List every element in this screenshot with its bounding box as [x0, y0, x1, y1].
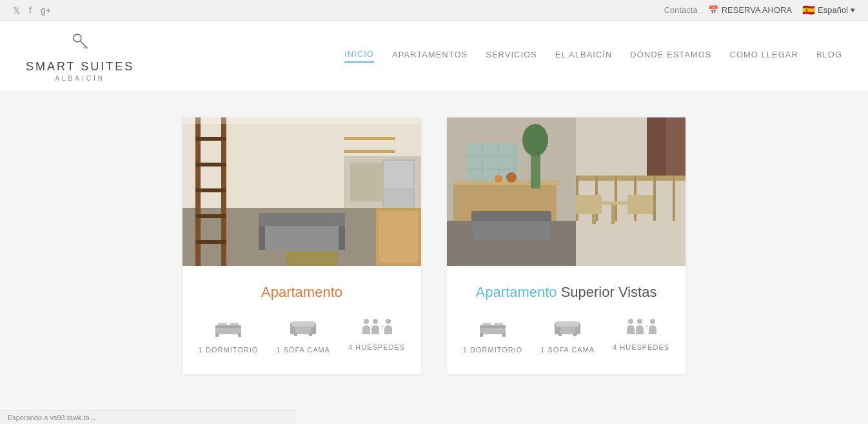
svg-rect-27	[379, 211, 418, 263]
twitter-icon[interactable]: 𝕏	[13, 5, 20, 15]
svg-rect-89	[573, 333, 577, 336]
svg-point-44	[386, 319, 391, 324]
apartment-title-2: Apartamento Superior Vistas	[460, 284, 673, 301]
reserva-button[interactable]: 📅 RESERVA AHORA	[708, 5, 792, 15]
svg-line-3	[84, 47, 85, 48]
svg-rect-87	[556, 321, 579, 327]
feature-huespedes-2: + 4 HUÉSPEDES	[613, 316, 669, 354]
svg-point-91	[637, 319, 642, 324]
facebook-icon[interactable]: f	[29, 5, 32, 15]
main-nav: INICIO APARTAMENTOS SERVICIOS EL ALBAICÍ…	[344, 49, 842, 63]
nav-donde[interactable]: DÓNDE ESTAMOS	[630, 50, 711, 62]
svg-rect-40	[309, 333, 312, 336]
huespedes-label-2: 4 HUÉSPEDES	[613, 343, 669, 351]
apartment-card-1[interactable]: Apartamento	[182, 117, 421, 374]
svg-rect-83	[480, 325, 506, 328]
calendar-icon: 📅	[708, 5, 718, 15]
svg-rect-25	[286, 252, 337, 266]
svg-point-42	[373, 319, 378, 324]
people-icon-1: +	[361, 316, 392, 338]
svg-text:+: +	[380, 323, 384, 330]
svg-rect-9	[195, 137, 226, 141]
nav-albaicin[interactable]: EL ALBAICÍN	[555, 50, 613, 62]
main-content: Apartamento	[0, 92, 868, 424]
svg-rect-19	[344, 150, 395, 153]
svg-text:+: +	[645, 323, 649, 330]
apartment-image-2	[447, 117, 686, 266]
top-bar: 𝕏 f g+ Contacta 📅 RESERVA AHORA 🇪🇸 Españ…	[0, 0, 868, 21]
apartments-grid: Apartamento	[39, 117, 829, 374]
svg-rect-22	[259, 213, 345, 226]
svg-line-2	[85, 46, 86, 47]
svg-rect-77	[447, 117, 686, 266]
contact-link[interactable]: Contacta	[664, 5, 698, 15]
sofa-icon-1	[289, 316, 317, 341]
svg-point-93	[650, 319, 655, 324]
svg-rect-17	[384, 161, 413, 188]
apartment-card-2[interactable]: Apartamento Superior Vistas	[447, 117, 686, 374]
apartment-features-1: 1 DORMITORIO	[195, 316, 408, 354]
svg-rect-10	[195, 163, 226, 167]
social-links: 𝕏 f g+	[13, 5, 51, 15]
language-selector[interactable]: 🇪🇸 Español ▾	[802, 4, 855, 16]
svg-rect-28	[182, 117, 421, 124]
status-text: Esperando a vs93.tawk.to...	[8, 414, 95, 421]
nav-inicio[interactable]: INICIO	[344, 49, 374, 63]
svg-rect-13	[195, 240, 226, 244]
huespedes-label-1: 4 HUÉSPEDES	[348, 343, 405, 351]
sofa-label-1: 1 SOFA CAMA	[276, 346, 330, 354]
feature-sofa-2: 1 SOFA CAMA	[540, 316, 595, 354]
card-body-1: Apartamento	[182, 266, 421, 374]
svg-rect-20	[344, 137, 395, 140]
bed-icon-1	[214, 316, 242, 341]
nav-blog[interactable]: BLOG	[816, 50, 842, 62]
feature-dormitorio-1: 1 DORMITORIO	[199, 316, 258, 354]
bed-icon-2	[478, 316, 507, 341]
sofa-icon-2	[553, 316, 582, 341]
top-bar-right: Contacta 📅 RESERVA AHORA 🇪🇸 Español ▾	[664, 4, 855, 16]
card-body-2: Apartamento Superior Vistas	[447, 266, 686, 374]
svg-rect-12	[195, 214, 226, 218]
nav-servicios[interactable]: SERVICIOS	[486, 50, 537, 62]
gplus-icon[interactable]: g+	[41, 5, 51, 15]
svg-point-90	[628, 319, 633, 324]
logo[interactable]: SMART SUITES ALBAICÍN	[26, 30, 134, 82]
flag-icon: 🇪🇸	[802, 4, 815, 16]
svg-rect-23	[259, 226, 265, 250]
feature-sofa-1: 1 SOFA CAMA	[276, 316, 330, 354]
apartment-title-1: Apartamento	[195, 284, 408, 301]
logo-text: SMART SUITES	[26, 60, 134, 74]
svg-rect-88	[558, 333, 562, 336]
apartment-features-2: 1 DORMITORIO	[460, 316, 673, 354]
svg-rect-82	[502, 333, 506, 337]
svg-point-41	[364, 319, 369, 324]
apartment-image-1	[182, 117, 421, 266]
logo-sub: ALBAICÍN	[55, 75, 105, 82]
svg-rect-24	[339, 226, 345, 250]
dormitorio-label-2: 1 DORMITORIO	[463, 346, 522, 354]
feature-dormitorio-2: 1 DORMITORIO	[463, 316, 522, 354]
svg-rect-34	[215, 325, 241, 328]
people-icon-2: +	[626, 316, 656, 338]
svg-rect-33	[238, 333, 241, 337]
sofa-label-2: 1 SOFA CAMA	[540, 346, 595, 354]
nav-como[interactable]: COMO LLEGAR	[730, 50, 798, 62]
svg-rect-39	[294, 333, 297, 336]
svg-rect-32	[215, 333, 219, 337]
svg-rect-11	[195, 188, 226, 192]
status-bar: Esperando a vs93.tawk.to...	[0, 410, 297, 424]
nav-apartamentos[interactable]: APARTAMENTOS	[392, 50, 468, 62]
logo-icon	[68, 30, 92, 57]
feature-huespedes-1: + 4 HUÉSPEDES	[348, 316, 405, 354]
svg-point-0	[74, 34, 81, 42]
dormitorio-label-1: 1 DORMITORIO	[199, 346, 258, 354]
header: SMART SUITES ALBAICÍN INICIO APARTAMENTO…	[0, 21, 868, 92]
svg-rect-38	[291, 321, 315, 327]
svg-rect-81	[480, 333, 483, 337]
